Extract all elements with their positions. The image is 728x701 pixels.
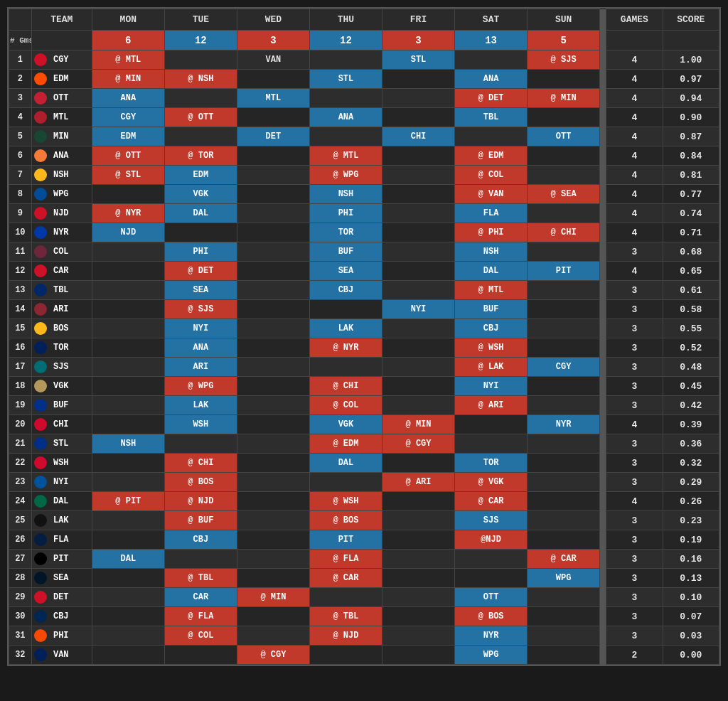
game-cell bbox=[92, 358, 164, 377]
rank-cell: 12 bbox=[9, 262, 32, 281]
game-cell: @ CAR bbox=[455, 492, 528, 511]
game-cell: @ MIN bbox=[237, 588, 309, 607]
game-cell bbox=[382, 319, 454, 338]
team-cell: CGY bbox=[31, 50, 92, 70]
team-icon bbox=[34, 322, 47, 335]
game-cell: @ COL bbox=[455, 166, 528, 185]
rank-cell: 19 bbox=[9, 396, 32, 415]
team-icon bbox=[34, 303, 47, 316]
game-cell: NYI bbox=[382, 300, 454, 319]
game-cell bbox=[92, 607, 164, 626]
games-cell: 4 bbox=[606, 492, 663, 511]
divider-cell bbox=[600, 454, 606, 473]
game-cell bbox=[92, 377, 164, 396]
team-cell: NSH bbox=[31, 166, 92, 185]
divider-cell bbox=[600, 607, 606, 626]
table-row: 2 EDM @ MIN@ NSHSTLANA 4 0.97 bbox=[9, 70, 719, 89]
game-cell bbox=[528, 473, 600, 492]
rank-cell: 15 bbox=[9, 319, 32, 338]
rank-cell: 29 bbox=[9, 588, 32, 607]
game-cell bbox=[382, 492, 454, 511]
game-cell: @ OTT bbox=[92, 146, 164, 166]
fri-count: 3 bbox=[382, 31, 454, 50]
team-cell: WSH bbox=[31, 454, 92, 473]
team-cell: OTT bbox=[31, 89, 92, 108]
game-cell bbox=[92, 300, 164, 319]
game-cell bbox=[455, 434, 528, 454]
score-cell: 0.84 bbox=[663, 146, 719, 166]
team-icon bbox=[34, 418, 47, 431]
rank-cell: 22 bbox=[9, 454, 32, 473]
game-cell: DET bbox=[237, 127, 309, 146]
game-cell bbox=[309, 50, 382, 70]
game-cell: DAL bbox=[455, 262, 528, 281]
rank-cell: 23 bbox=[9, 473, 32, 492]
game-cell: VAN bbox=[237, 50, 309, 70]
rank-cell: 21 bbox=[9, 434, 32, 454]
game-cell: ANA bbox=[455, 70, 528, 89]
team-icon bbox=[34, 514, 47, 527]
game-cell bbox=[382, 281, 454, 300]
team-cell: MIN bbox=[31, 127, 92, 146]
game-cell: NYR bbox=[528, 415, 600, 434]
game-cell bbox=[92, 319, 164, 338]
game-cell bbox=[237, 358, 309, 377]
thu-count: 12 bbox=[309, 31, 382, 50]
game-cell: SJS bbox=[455, 511, 528, 530]
game-cell: CHI bbox=[382, 127, 454, 146]
team-icon bbox=[34, 437, 47, 450]
game-cell bbox=[528, 511, 600, 530]
game-cell: @ MTL bbox=[455, 281, 528, 300]
team-cell: STL bbox=[31, 434, 92, 454]
game-cell bbox=[455, 50, 528, 70]
game-cell: TBL bbox=[455, 108, 528, 127]
score-cell: 0.29 bbox=[663, 473, 719, 492]
fri-header: FRI bbox=[382, 9, 454, 31]
game-cell: NYI bbox=[164, 319, 237, 338]
game-cell: @ MTL bbox=[92, 50, 164, 70]
wed-header: WED bbox=[237, 9, 309, 31]
game-cell bbox=[382, 530, 454, 550]
game-cell bbox=[237, 70, 309, 89]
game-cell bbox=[237, 530, 309, 550]
game-cell bbox=[237, 415, 309, 434]
sun-header: SUN bbox=[528, 9, 600, 31]
game-cell bbox=[309, 300, 382, 319]
team-abbr: COL bbox=[53, 247, 69, 257]
team-icon bbox=[34, 399, 47, 412]
games-cell: 3 bbox=[606, 242, 663, 262]
game-cell: @ TOR bbox=[164, 146, 237, 166]
score-cell: 0.61 bbox=[663, 281, 719, 300]
team-cell: SEA bbox=[31, 569, 92, 588]
game-cell bbox=[237, 434, 309, 454]
team-abbr: PIT bbox=[53, 554, 69, 564]
game-cell bbox=[528, 434, 600, 454]
score-cell: 0.26 bbox=[663, 492, 719, 511]
game-cell: PIT bbox=[528, 262, 600, 281]
game-cell bbox=[528, 454, 600, 473]
team-abbr: DAL bbox=[53, 496, 69, 506]
games-cell: 4 bbox=[606, 70, 663, 89]
divider-cell bbox=[600, 358, 606, 377]
game-cell bbox=[382, 511, 454, 530]
game-cell bbox=[164, 89, 237, 108]
game-cell bbox=[528, 377, 600, 396]
divider-cell bbox=[600, 281, 606, 300]
team-cell: DAL bbox=[31, 492, 92, 511]
table-row: 20 CHI WSHVGK@ MINNYR 4 0.39 bbox=[9, 415, 719, 434]
game-cell bbox=[237, 550, 309, 569]
tue-header: TUE bbox=[164, 9, 237, 31]
game-cell: @ NYR bbox=[309, 338, 382, 358]
team-icon bbox=[34, 73, 47, 85]
game-cell: CGY bbox=[92, 108, 164, 127]
rank-cell: 3 bbox=[9, 89, 32, 108]
game-cell: ANA bbox=[309, 108, 382, 127]
game-cell: @ VAN bbox=[455, 185, 528, 204]
divider-cell bbox=[600, 396, 606, 415]
game-cell: EDM bbox=[92, 127, 164, 146]
game-cell bbox=[528, 626, 600, 646]
games-cell: 4 bbox=[606, 89, 663, 108]
team-abbr: DET bbox=[53, 592, 69, 602]
games-cell: 4 bbox=[606, 146, 663, 166]
game-cell bbox=[92, 396, 164, 415]
